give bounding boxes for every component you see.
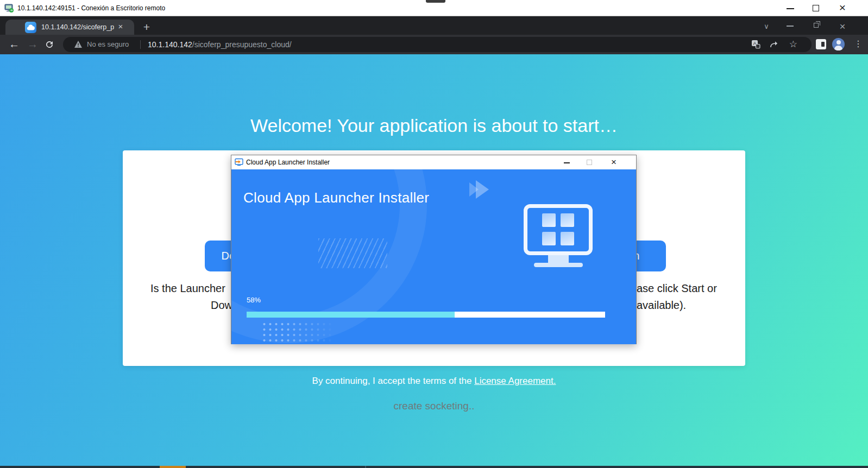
url-host: 10.1.140.142 <box>148 40 192 49</box>
web-page: Welcome! Your application is about to st… <box>0 54 868 466</box>
rdp-connection-bar-collapsed[interactable] <box>426 0 445 3</box>
side-panel-icon[interactable] <box>816 39 826 49</box>
monitor-base <box>534 263 583 267</box>
taskbar-sliver[interactable] <box>0 466 868 468</box>
card-text-line2-right: available). <box>637 299 686 312</box>
installer-heading: Cloud App Launcher Installer <box>243 189 429 206</box>
app-grid-icon <box>542 213 574 246</box>
installer-app-icon <box>235 158 243 167</box>
rdp-close-button[interactable]: × <box>835 0 850 16</box>
rdp-minimize-button[interactable] <box>787 8 794 9</box>
monitor-stand <box>548 255 569 263</box>
tab-search-chevron-icon[interactable]: ∨ <box>760 21 772 33</box>
fast-forward-icon <box>469 180 490 201</box>
address-bar[interactable]: No es seguro 10.1.140.142/sicoferp_presu… <box>63 37 812 52</box>
installer-window-title: Cloud App Launcher Installer <box>246 155 330 169</box>
installer-minimize-button[interactable] <box>564 162 570 163</box>
installer-close-button[interactable]: × <box>607 155 620 169</box>
rdp-maximize-button[interactable] <box>813 5 819 11</box>
side-panel-inner <box>821 42 825 47</box>
installer-maximize-button[interactable] <box>587 160 592 165</box>
remote-desktop-icon <box>4 3 14 13</box>
security-chip-label[interactable]: No es seguro <box>87 37 129 52</box>
forward-button[interactable]: → <box>24 35 41 54</box>
taskbar-active-app[interactable] <box>160 466 186 468</box>
profile-avatar[interactable] <box>832 38 845 50</box>
remote-desktop-session: 10.1.140.142:49151 - Conexión a Escritor… <box>0 0 868 468</box>
installer-titlebar[interactable]: Cloud App Launcher Installer × <box>231 155 636 169</box>
progress-percent-label: 58% <box>247 296 261 304</box>
installer-window[interactable]: Cloud App Launcher Installer × Cloud App… <box>231 155 637 344</box>
url-path: /sicoferp_presupuesto_cloud/ <box>192 40 292 49</box>
status-text: create socketing.. <box>0 400 868 412</box>
monitor-icon <box>524 204 593 255</box>
bookmark-star-icon[interactable]: ☆ <box>789 37 797 52</box>
progress-bar <box>247 312 605 318</box>
new-tab-button[interactable]: + <box>140 21 153 34</box>
card-text-line2-left: Dow <box>211 299 232 312</box>
browser-minimize-button[interactable] <box>787 26 794 27</box>
back-button[interactable]: ← <box>5 35 23 54</box>
hatch-decoration <box>318 238 387 268</box>
page-title: Welcome! Your application is about to st… <box>0 115 868 136</box>
omnibox-separator <box>140 40 141 49</box>
taskbar-divider <box>365 466 366 468</box>
installer-body: Cloud App Launcher Installer 58% <box>231 169 636 344</box>
card-text-line1-left: Is the Launcher <box>150 282 225 295</box>
rdp-window-title: 10.1.140.142:49151 - Conexión a Escritor… <box>17 0 165 16</box>
license-line: By continuing, I accept the terms of the… <box>0 376 868 387</box>
avatar-head <box>836 40 841 45</box>
tab-title: 10.1.140.142/sicoferp_presupuest <box>41 22 114 33</box>
avatar-body <box>834 46 842 50</box>
license-prefix: By continuing, I accept the terms of the <box>312 376 475 386</box>
progress-fill <box>247 312 455 318</box>
browser-close-button[interactable]: × <box>836 20 848 34</box>
url-text[interactable]: 10.1.140.142/sicoferp_presupuesto_cloud/ <box>148 37 292 52</box>
dot-grid-decoration <box>261 321 335 344</box>
cloud-favicon-icon <box>25 22 36 33</box>
browser-menu-icon[interactable]: ⋮ <box>852 35 865 54</box>
browser-restore-button[interactable] <box>814 23 819 28</box>
translate-icon[interactable]: A <box>751 40 760 49</box>
tab-close-icon[interactable]: × <box>116 22 125 31</box>
not-secure-warning-icon[interactable] <box>74 40 83 49</box>
reload-button[interactable] <box>45 40 54 49</box>
license-agreement-link[interactable]: License Agreement. <box>474 376 556 386</box>
share-icon[interactable] <box>769 40 779 49</box>
rdp-titlebar: 10.1.140.142:49151 - Conexión a Escritor… <box>0 0 868 16</box>
card-text-line1-right: ase click Start or <box>637 282 717 295</box>
